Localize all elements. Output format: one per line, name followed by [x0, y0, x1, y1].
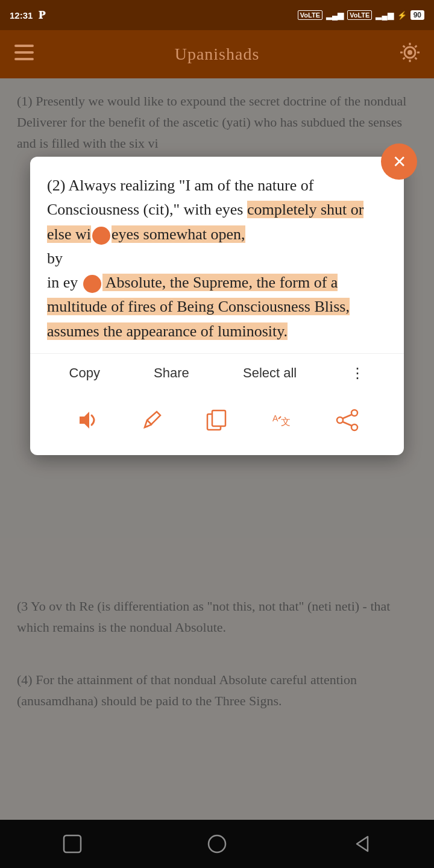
signal2: ▂▄▆ — [376, 11, 393, 20]
status-left: 12:31 𝐏 — [10, 9, 45, 22]
svg-rect-2 — [14, 58, 34, 60]
status-bar: 12:31 𝐏 VoLTE ▂▄▆ VoLTE ▂▄▆ ⚡ 90 — [0, 0, 434, 30]
settings-icon[interactable] — [400, 43, 420, 66]
status-right: VoLTE ▂▄▆ VoLTE ▂▄▆ ⚡ 90 — [298, 10, 424, 20]
copy-icon[interactable] — [200, 403, 234, 437]
battery: 90 — [410, 10, 424, 20]
signal1: ▂▄▆ — [326, 11, 344, 20]
highlighted-text-2: eyes somewhat open, — [112, 225, 245, 243]
app-header: Upanishads — [0, 30, 434, 78]
svg-text:文: 文 — [281, 417, 291, 427]
edit-icon[interactable] — [135, 403, 169, 437]
carrier-icon: 𝐏 — [39, 9, 45, 22]
charge-icon: ⚡ — [397, 11, 407, 20]
svg-point-13 — [351, 424, 357, 430]
selection-handle-right[interactable] — [83, 275, 101, 293]
svg-line-15 — [343, 422, 351, 426]
svg-point-11 — [351, 410, 357, 416]
selection-handle-left[interactable] — [92, 227, 110, 245]
svg-rect-7 — [212, 410, 225, 426]
time: 12:31 — [10, 10, 33, 20]
volte1: VoLTE — [298, 10, 322, 20]
close-button[interactable]: ✕ — [381, 143, 417, 180]
svg-marker-5 — [80, 412, 89, 429]
action-icons-row: A 文 — [30, 397, 404, 443]
svg-rect-1 — [14, 51, 34, 54]
selected-text-display: (2) Always realizing "I am of the nature… — [30, 157, 404, 344]
context-menu-bar: Copy Share Select all ⋮ — [30, 353, 404, 392]
more-options-button[interactable]: ⋮ — [345, 362, 370, 384]
app-title: Upanishads — [175, 45, 260, 64]
svg-point-12 — [337, 417, 343, 423]
share-button[interactable]: Share — [149, 363, 194, 383]
content-area: (1) Presently we would like to expound t… — [0, 78, 434, 868]
translate-icon[interactable]: A 文 — [265, 403, 299, 437]
volte2: VoLTE — [347, 10, 372, 20]
svg-rect-0 — [14, 45, 34, 47]
speaker-icon[interactable] — [70, 403, 104, 437]
select-all-button[interactable]: Select all — [238, 363, 301, 383]
copy-button[interactable]: Copy — [64, 363, 105, 383]
menu-icon[interactable] — [14, 45, 34, 64]
selection-popup: ✕ (2) Always realizing "I am of the natu… — [30, 157, 404, 455]
svg-point-3 — [407, 50, 412, 55]
share-icon[interactable] — [330, 403, 364, 437]
svg-text:A: A — [272, 414, 278, 423]
svg-line-14 — [343, 415, 351, 418]
